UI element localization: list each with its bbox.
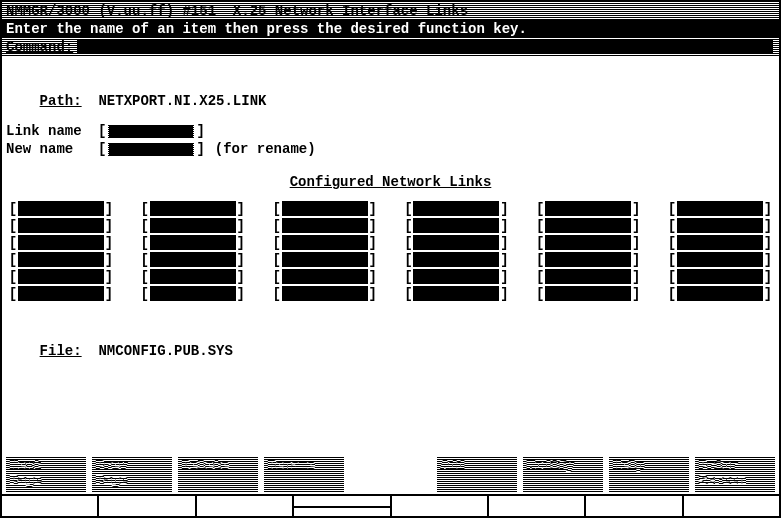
link-field[interactable] — [413, 201, 499, 216]
command-row: Command: — [2, 38, 779, 56]
new-name-field[interactable] — [108, 142, 194, 156]
fkey-add[interactable]: Add — [437, 456, 517, 492]
grid-cell: [] — [8, 234, 114, 251]
grid-cell: [] — [8, 285, 114, 302]
grid-col: [] [] [] [] [] [] — [403, 200, 509, 302]
fkey-delete[interactable]: Delete — [178, 456, 258, 492]
link-field[interactable] — [413, 252, 499, 267]
link-field[interactable] — [18, 286, 104, 301]
grid-col: [] [] [] [] [] [] — [535, 200, 641, 302]
link-field[interactable] — [282, 201, 368, 216]
link-field[interactable] — [150, 286, 236, 301]
grid-cell: [] — [8, 200, 114, 217]
file-value: NMCONFIG.PUB.SYS — [98, 343, 232, 359]
link-field[interactable] — [18, 201, 104, 216]
path-line: Path: NETXPORT.NI.X25.LINK — [6, 74, 775, 92]
link-field[interactable] — [413, 269, 499, 284]
link-field[interactable] — [677, 235, 763, 250]
link-field[interactable] — [677, 218, 763, 233]
grid-col: [] [] [] [] [] [] — [667, 200, 773, 302]
command-label: Command: — [6, 38, 73, 56]
grid-cell: [] — [8, 217, 114, 234]
link-field[interactable] — [545, 218, 631, 233]
link-field[interactable] — [545, 201, 631, 216]
link-field[interactable] — [18, 218, 104, 233]
links-grid: [] [] [] [] [] [] [] [] [] [] [] [] [] [… — [6, 200, 775, 302]
link-field[interactable] — [18, 252, 104, 267]
link-field[interactable] — [150, 269, 236, 284]
link-field[interactable] — [677, 201, 763, 216]
link-field[interactable] — [545, 286, 631, 301]
new-name-row: New name [ ] (for rename) — [6, 140, 775, 158]
fkey-prev-page[interactable]: PrevPage — [92, 456, 172, 492]
link-field[interactable] — [150, 201, 236, 216]
grid-col: [] [] [] [] [] [] — [272, 200, 378, 302]
fkey-rename[interactable]: Rename — [264, 456, 344, 492]
link-field[interactable] — [150, 235, 236, 250]
grid-cell: [] — [8, 251, 114, 268]
link-field[interactable] — [282, 286, 368, 301]
link-field[interactable] — [282, 218, 368, 233]
link-name-row: Link name [ ] — [6, 122, 775, 140]
link-field[interactable] — [677, 269, 763, 284]
section-title: Configured Network Links — [6, 174, 775, 190]
function-key-row: NextPage PrevPage Delete Rename Add Modi… — [2, 454, 779, 492]
command-input[interactable] — [77, 40, 773, 54]
grid-col: [] [] [] [] [] [] — [140, 200, 246, 302]
link-field[interactable] — [413, 286, 499, 301]
file-label: File: — [40, 343, 82, 359]
link-field[interactable] — [545, 269, 631, 284]
title-bar: NMMGR/3000 (V.uu.ff) #151 X.25 Network I… — [2, 2, 779, 20]
grid-cell: [] — [8, 268, 114, 285]
link-field[interactable] — [282, 252, 368, 267]
new-name-label: New name — [6, 141, 96, 157]
rename-hint: (for rename) — [215, 141, 316, 157]
link-field[interactable] — [18, 269, 104, 284]
fkey-next-page[interactable]: NextPage — [6, 456, 86, 492]
link-field[interactable] — [282, 269, 368, 284]
link-field[interactable] — [413, 235, 499, 250]
link-field[interactable] — [413, 218, 499, 233]
link-field[interactable] — [150, 252, 236, 267]
link-field[interactable] — [18, 235, 104, 250]
link-field[interactable] — [677, 286, 763, 301]
link-field[interactable] — [677, 252, 763, 267]
link-field[interactable] — [282, 235, 368, 250]
grid-col: [] [] [] [] [] [] — [8, 200, 114, 302]
fkey-modify[interactable]: Modify — [523, 456, 603, 492]
fkey-prior-screen[interactable]: PriorScreen — [695, 456, 775, 492]
file-line: File: NMCONFIG.PUB.SYS — [6, 324, 775, 342]
link-field[interactable] — [150, 218, 236, 233]
instruction-line: Enter the name of an item then press the… — [2, 20, 779, 38]
path-label: Path: — [40, 93, 82, 109]
path-value: NETXPORT.NI.X25.LINK — [98, 93, 266, 109]
fkey-help[interactable]: Help — [609, 456, 689, 492]
link-name-field[interactable] — [108, 124, 194, 138]
link-name-label: Link name — [6, 123, 96, 139]
link-field[interactable] — [545, 252, 631, 267]
link-field[interactable] — [545, 235, 631, 250]
bottom-bar — [2, 494, 779, 516]
